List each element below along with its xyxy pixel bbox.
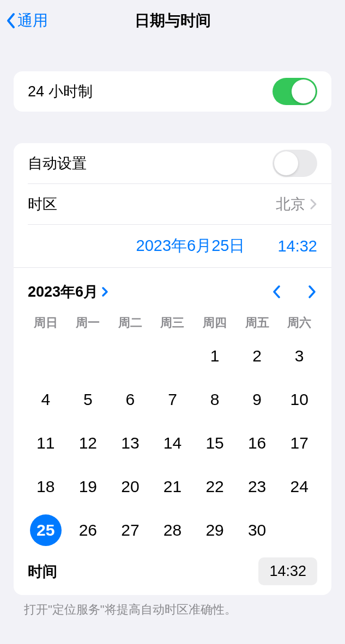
calendar-day[interactable]: 3 <box>278 334 320 378</box>
footer-note: 打开"定位服务"将提高自动时区准确性。 <box>24 602 321 618</box>
calendar-day[interactable]: 6 <box>109 378 152 421</box>
time-value-button[interactable]: 14:32 <box>258 557 317 585</box>
back-button[interactable]: 通用 <box>5 10 48 31</box>
calendar-day[interactable]: 1 <box>193 334 236 378</box>
toggle-knob <box>274 151 298 175</box>
calendar-day[interactable]: 7 <box>152 378 194 421</box>
time-picker-button[interactable]: 14:32 <box>277 237 317 255</box>
next-month-button[interactable] <box>306 284 317 299</box>
calendar-day[interactable]: 2 <box>236 334 279 378</box>
calendar-day[interactable]: 28 <box>152 508 194 552</box>
calendar-day[interactable]: 21 <box>152 465 194 508</box>
chevron-right-icon <box>101 286 109 298</box>
back-button-label: 通用 <box>17 10 48 31</box>
time-label: 时间 <box>28 562 57 581</box>
weekday-label: 周二 <box>109 315 152 331</box>
weekday-label: 周一 <box>67 315 110 331</box>
timezone-row[interactable]: 时区 北京 <box>14 184 331 224</box>
timezone-label: 时区 <box>28 194 57 214</box>
calendar-day[interactable]: 29 <box>193 508 236 552</box>
date-picker-button[interactable]: 2023年6月25日 <box>136 235 245 257</box>
calendar-day[interactable]: 25 <box>25 508 67 552</box>
calendar-day[interactable]: 24 <box>278 465 320 508</box>
month-label: 2023年6月 <box>28 282 98 302</box>
calendar-day[interactable]: 17 <box>278 421 320 465</box>
calendar-day[interactable]: 27 <box>109 508 152 552</box>
chevron-left-icon <box>5 13 16 29</box>
calendar-day[interactable]: 20 <box>109 465 152 508</box>
calendar-day[interactable]: 16 <box>236 421 279 465</box>
page-title: 日期与时间 <box>0 10 345 31</box>
calendar-day[interactable]: 18 <box>25 465 67 508</box>
calendar-day[interactable]: 4 <box>25 378 67 421</box>
month-selector[interactable]: 2023年6月 <box>28 282 109 302</box>
chevron-right-icon <box>310 198 317 210</box>
weekday-label: 周六 <box>278 315 320 331</box>
calendar-day[interactable]: 22 <box>193 465 236 508</box>
calendar-day[interactable]: 11 <box>25 421 67 465</box>
calendar-day[interactable]: 30 <box>236 508 279 552</box>
calendar-day[interactable]: 10 <box>278 378 320 421</box>
auto-set-row: 自动设置 <box>14 143 331 183</box>
prev-month-button[interactable] <box>271 284 282 299</box>
calendar-day[interactable]: 9 <box>236 378 279 421</box>
weekday-label: 周五 <box>236 315 279 331</box>
twenty-four-hour-toggle[interactable] <box>273 78 317 105</box>
calendar-day[interactable]: 19 <box>67 465 110 508</box>
calendar-day[interactable]: 26 <box>67 508 110 552</box>
calendar-day[interactable]: 23 <box>236 465 279 508</box>
weekday-label: 周日 <box>25 315 67 331</box>
twenty-four-hour-row: 24 小时制 <box>14 71 331 112</box>
auto-set-toggle[interactable] <box>273 150 317 177</box>
calendar-day[interactable]: 15 <box>193 421 236 465</box>
twenty-four-hour-label: 24 小时制 <box>28 82 93 101</box>
calendar-day[interactable]: 14 <box>152 421 194 465</box>
toggle-knob <box>292 79 316 103</box>
calendar-day[interactable]: 5 <box>67 378 110 421</box>
calendar-day[interactable]: 13 <box>109 421 152 465</box>
weekday-label: 周四 <box>193 315 236 331</box>
calendar-day[interactable]: 12 <box>67 421 110 465</box>
weekday-label: 周三 <box>152 315 194 331</box>
auto-set-label: 自动设置 <box>28 154 87 173</box>
timezone-value: 北京 <box>276 194 305 214</box>
calendar-day[interactable]: 8 <box>193 378 236 421</box>
